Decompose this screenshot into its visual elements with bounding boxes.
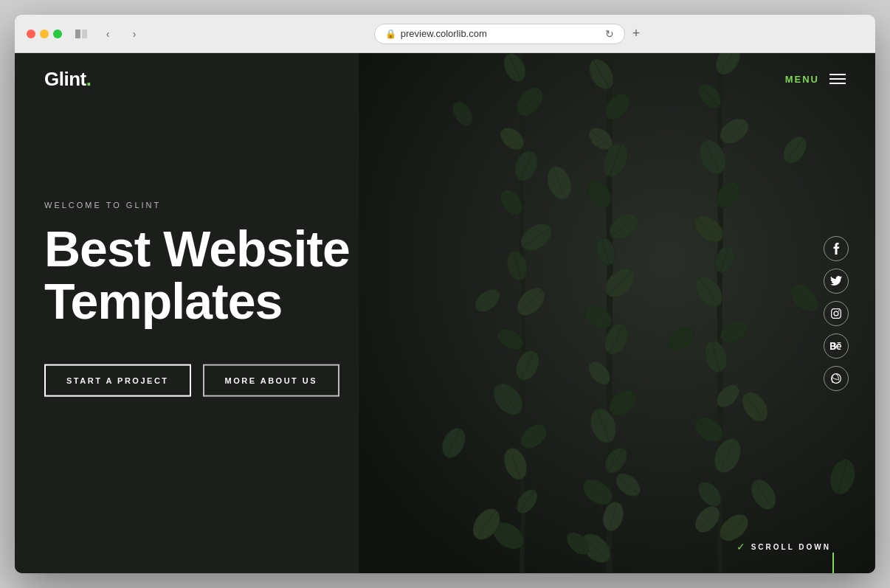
- scroll-down-label: SCROLL DOWN: [751, 543, 831, 551]
- hamburger-line-3: [829, 83, 846, 84]
- scroll-chevron-icon: ✓: [737, 541, 745, 553]
- browser-tab-bar: 🔒 preview.colorlib.com ↻ +: [153, 23, 863, 44]
- url-text: preview.colorlib.com: [401, 28, 487, 39]
- social-icons: [824, 236, 849, 391]
- sidebar-toggle-btn[interactable]: [71, 24, 92, 44]
- hero-title: Best Website Templates: [44, 222, 350, 328]
- back-btn[interactable]: ‹: [97, 24, 118, 44]
- refresh-btn[interactable]: ↻: [605, 28, 614, 40]
- new-tab-btn[interactable]: +: [629, 23, 644, 44]
- traffic-light-green[interactable]: [53, 30, 62, 38]
- hero-buttons: START A PROJECT MORE ABOUT US: [44, 364, 350, 397]
- behance-icon[interactable]: [824, 333, 849, 359]
- hamburger-line-1: [829, 74, 846, 75]
- address-bar[interactable]: 🔒 preview.colorlib.com ↻: [374, 24, 625, 44]
- hero-title-line2: Templates: [44, 273, 282, 329]
- svg-rect-1: [82, 30, 87, 38]
- instagram-icon[interactable]: [824, 301, 849, 326]
- logo[interactable]: Glint.: [44, 68, 91, 91]
- twitter-icon[interactable]: [824, 269, 849, 294]
- hamburger-menu[interactable]: [829, 74, 846, 84]
- lock-icon: 🔒: [385, 29, 396, 39]
- scroll-line: [832, 553, 834, 573]
- hero-title-line1: Best Website: [44, 220, 350, 276]
- navigation: Glint. MENU: [15, 53, 875, 105]
- svg-rect-2: [359, 53, 875, 573]
- nav-right: MENU: [785, 74, 846, 85]
- hamburger-line-2: [829, 78, 846, 80]
- scroll-down[interactable]: ✓ SCROLL DOWN: [737, 541, 831, 553]
- traffic-lights: [27, 30, 62, 38]
- traffic-light-yellow[interactable]: [40, 30, 49, 38]
- browser-controls: ‹ ›: [71, 24, 145, 44]
- facebook-icon[interactable]: [824, 236, 849, 261]
- menu-label: MENU: [785, 74, 819, 85]
- hero-eyebrow: WELCOME TO GLINT: [44, 200, 350, 209]
- leaves-decoration: [359, 53, 875, 573]
- logo-text: Glint: [44, 68, 86, 90]
- logo-dot: .: [86, 68, 92, 90]
- svg-rect-0: [75, 30, 80, 38]
- svg-rect-125: [838, 342, 841, 343]
- website-content: Glint. MENU WELCOME TO GLINT Best Websit…: [15, 53, 875, 573]
- traffic-light-red[interactable]: [27, 30, 35, 38]
- more-about-us-button[interactable]: MORE ABOUT US: [203, 364, 340, 397]
- hero-content: WELCOME TO GLINT Best Website Templates …: [44, 200, 350, 397]
- dribbble-icon[interactable]: [824, 366, 849, 391]
- start-project-button[interactable]: START A PROJECT: [44, 364, 191, 397]
- browser-chrome: ‹ › 🔒 preview.colorlib.com ↻ +: [15, 15, 875, 53]
- browser-window: ‹ › 🔒 preview.colorlib.com ↻ +: [15, 15, 875, 573]
- forward-btn[interactable]: ›: [124, 24, 145, 44]
